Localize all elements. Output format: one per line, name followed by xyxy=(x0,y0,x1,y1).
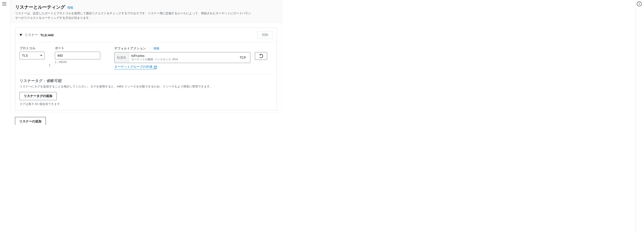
tag-limit-hint: タグは最大 50 個追加できます。 xyxy=(20,102,272,106)
listener-value: TLS:443 xyxy=(40,33,54,37)
listeners-panel: リスナーとルーティング 情報 リスナーは、設定したポートとプロトコルを使用して接… xyxy=(10,0,282,113)
action-sub: ターゲットの種類: インスタンス, IPv4 xyxy=(131,58,235,62)
menu-icon[interactable] xyxy=(2,1,7,6)
chevron-down-icon xyxy=(40,55,42,56)
default-action-select[interactable]: 転送先 toFructos ターゲットの種類: インスタンス, IPv4 TCP xyxy=(114,52,250,63)
default-action-label: デフォルトアクション xyxy=(114,46,146,50)
protocol-select[interactable]: TLS xyxy=(20,52,44,60)
right-divider xyxy=(636,0,636,233)
section-description: リスナーは、設定したポートとプロトコルを使用して接続リクエストをチェックするプロ… xyxy=(15,11,253,20)
default-action-info-link[interactable]: 情報 xyxy=(154,46,160,50)
info-icon[interactable]: i xyxy=(637,1,642,6)
add-listener-button[interactable]: リスナーの追加 xyxy=(15,117,46,125)
action-prefix: 転送先 xyxy=(114,52,129,63)
external-link-icon xyxy=(154,66,156,68)
colon-separator: : xyxy=(49,63,50,68)
listener-card: リスナー TLS:443 削除 プロトコル TLS xyxy=(15,28,277,110)
port-input[interactable] xyxy=(55,52,100,60)
delete-button[interactable]: 削除 xyxy=(258,31,272,39)
add-listener-tag-button[interactable]: リスナータグの追加 xyxy=(20,92,57,100)
caret-down-icon[interactable] xyxy=(20,34,22,36)
create-target-group-label: ターゲットグループの作成 xyxy=(114,65,152,69)
protocol-value: TLS xyxy=(22,54,28,57)
listener-tags-desc: リスナーにタグを追加することを検討してください。タグを使用すると、AWS リソー… xyxy=(20,84,258,89)
section-info-link[interactable]: 情報 xyxy=(67,6,73,10)
create-target-group-link[interactable]: ターゲットグループの作成 xyxy=(114,65,156,69)
section-title: リスナーとルーティング xyxy=(15,4,65,10)
divider xyxy=(150,46,150,51)
port-label: ポート xyxy=(55,46,100,50)
action-proto: TCP xyxy=(240,56,246,60)
port-hint: 1～65535 xyxy=(55,60,100,64)
listener-tags-title: リスナータグ - 省略可能 xyxy=(20,78,272,84)
refresh-button[interactable] xyxy=(255,52,267,60)
protocol-label: プロトコル xyxy=(20,46,44,50)
action-target: toFructos xyxy=(131,54,235,58)
listener-label: リスナー xyxy=(24,33,38,37)
refresh-icon xyxy=(259,54,263,58)
